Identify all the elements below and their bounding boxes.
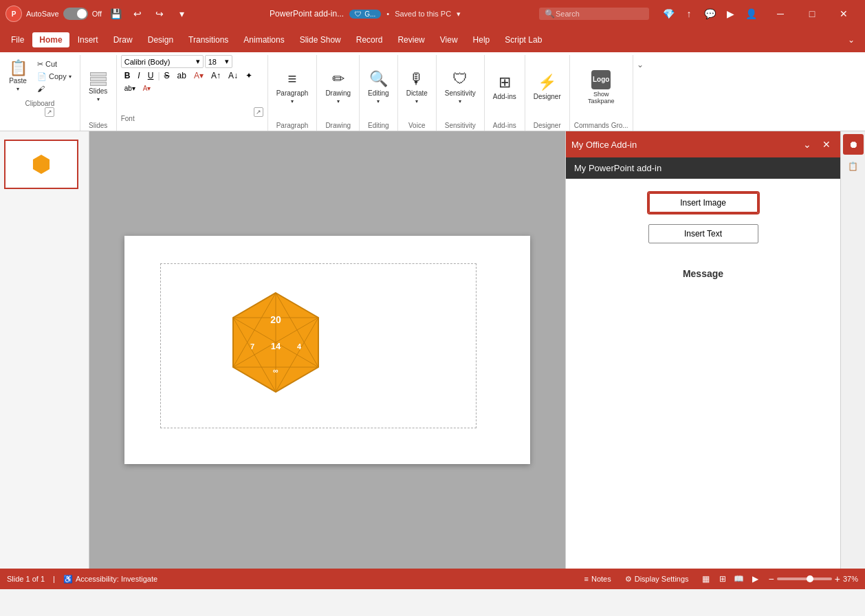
underline-button[interactable]: U — [144, 69, 157, 82]
display-settings-label: Display Settings — [635, 575, 689, 583]
slide-area[interactable]: 20 14 7 4 ∞ — [89, 131, 565, 569]
customize-icon[interactable]: ▾ — [172, 4, 191, 23]
menu-slideshow[interactable]: Slide Show — [293, 32, 348, 47]
menu-home[interactable]: Home — [32, 32, 69, 47]
menu-insert[interactable]: Insert — [71, 32, 105, 47]
cut-button[interactable]: ✂ Cut — [33, 58, 76, 70]
designer-button[interactable]: ⚡ Designer — [529, 71, 565, 103]
dictate-icon: 🎙 — [409, 70, 424, 88]
show-taskpane-button[interactable]: Logo ShowTaskpane — [584, 67, 619, 107]
bold-button[interactable]: B — [121, 69, 134, 82]
saved-dropdown[interactable]: ▾ — [457, 10, 461, 19]
top-right-icons: 💎 ↑ 💬 ▶ 👤 — [659, 4, 760, 23]
slide-thumb-row: 1 — [4, 137, 85, 192]
slide-thumbnail[interactable] — [4, 140, 78, 189]
editing-button[interactable]: 🔍 Editing ▾ — [364, 67, 393, 107]
menu-review[interactable]: Review — [391, 32, 431, 47]
format-painter-button[interactable]: 🖌 — [33, 83, 76, 94]
slide-sorter-icon[interactable]: ⊞ — [715, 571, 730, 586]
menu-draw[interactable]: Draw — [107, 32, 140, 47]
clipboard-label: Clipboard ↗ — [25, 97, 54, 131]
maximize-button[interactable]: □ — [796, 0, 828, 28]
premium-icon[interactable]: 💎 — [659, 4, 678, 23]
slides-button[interactable]: Slides ▾ — [85, 69, 112, 105]
clipboard-buttons: 📋 Paste ▾ ✂ Cut 📄 Copy ▾ 🖌 — [4, 55, 76, 97]
save-icon[interactable]: 💾 — [106, 4, 125, 23]
addins-buttons: ⊞ Add-ins — [489, 55, 521, 119]
undo-icon[interactable]: ↩ — [128, 4, 147, 23]
menu-transitions[interactable]: Transitions — [182, 32, 235, 47]
record-button[interactable]: ⏺ — [843, 134, 864, 155]
format-divider: | — [157, 71, 160, 80]
sensitivity-button[interactable]: 🛡 Sensitivity ▾ — [441, 67, 480, 107]
menu-record[interactable]: Record — [349, 32, 390, 47]
normal-view-icon[interactable]: ▦ — [699, 571, 714, 586]
insert-image-button[interactable]: Insert Image — [648, 192, 758, 213]
clear-format[interactable]: ✦ — [242, 69, 256, 82]
drawing-button[interactable]: ✏ Drawing ▾ — [321, 67, 355, 107]
menu-view[interactable]: View — [433, 32, 465, 47]
addins-label: Add-ins — [493, 119, 516, 131]
display-settings-button[interactable]: ⚙ Display Settings — [621, 573, 693, 585]
minimize-button[interactable]: ─ — [765, 0, 796, 28]
font-family-selector[interactable]: Calibri (Body) ▾ — [121, 55, 204, 68]
ribbon-expand-button[interactable]: ⌄ — [633, 58, 647, 72]
reading-view-icon[interactable]: 📖 — [732, 571, 747, 586]
zoom-slider[interactable] — [777, 578, 832, 580]
menu-animations[interactable]: Animations — [237, 32, 291, 47]
font-expand[interactable]: ↗ — [254, 107, 263, 117]
paragraph-button[interactable]: ≡ Paragraph ▾ — [272, 67, 313, 107]
insert-text-button[interactable]: Insert Text — [648, 224, 758, 243]
case-button[interactable]: ab — [174, 69, 190, 82]
addins-button[interactable]: ⊞ Add-ins — [489, 71, 521, 103]
status-bar: Slide 1 of 1 | ♿ Accessibility: Investig… — [0, 569, 865, 589]
text-highlight[interactable]: ab▾ — [121, 83, 139, 94]
menu-help[interactable]: Help — [466, 32, 497, 47]
message-label: Message — [683, 268, 723, 279]
svg-text:7: 7 — [250, 342, 254, 351]
paste-button[interactable]: 📋 Paste ▾ — [4, 58, 32, 95]
search-input[interactable] — [539, 8, 649, 20]
drawing-icon: ✏ — [332, 70, 344, 88]
presenter-view-icon[interactable]: ▶ — [748, 571, 763, 586]
taskpane-close-button[interactable]: ✕ — [818, 136, 835, 153]
present-icon[interactable]: ▶ — [721, 4, 740, 23]
ribbon-group-paragraph: ≡ Paragraph ▾ Paragraph — [268, 55, 318, 131]
fontsize-decrease[interactable]: A↓ — [225, 69, 241, 82]
text-color[interactable]: A▾ — [140, 83, 155, 94]
fontcolor-button[interactable]: A▾ — [190, 69, 207, 82]
share-icon[interactable]: ↑ — [679, 4, 699, 23]
zoom-area: − + 37% — [769, 573, 858, 584]
svg-text:4: 4 — [297, 342, 302, 351]
clipboard-expand[interactable]: ↗ — [45, 107, 54, 117]
dictate-button[interactable]: 🎙 Dictate ▾ — [402, 67, 432, 107]
font-controls: Calibri (Body) ▾ 18 ▾ B I U | S ab A▾ A↑… — [121, 55, 263, 94]
close-button[interactable]: ✕ — [828, 0, 859, 28]
editing-label: Editing — [368, 89, 389, 97]
designer-label: Designer — [534, 119, 561, 131]
zoom-out-icon[interactable]: − — [769, 573, 774, 584]
font-size-selector[interactable]: 18 ▾ — [205, 55, 232, 68]
ribbon-collapse-icon[interactable]: ⌄ — [842, 30, 861, 50]
autosave-toggle[interactable] — [63, 8, 88, 20]
zoom-in-icon[interactable]: + — [835, 573, 840, 584]
italic-button[interactable]: I — [134, 69, 143, 82]
taskpane-collapse-button[interactable]: ⌄ — [799, 136, 815, 153]
toolbar-icons: 💾 ↩ ↪ ▾ — [106, 4, 191, 23]
accessibility-area[interactable]: ♿ Accessibility: Investigate — [63, 575, 157, 584]
accessibility-icon: ♿ — [63, 575, 73, 584]
sidebar-icon-2[interactable]: 📋 — [843, 156, 864, 177]
drawing-label: Drawing — [325, 119, 351, 131]
comments-icon[interactable]: 💬 — [700, 4, 719, 23]
commands-label: Commands Gro... — [574, 119, 628, 131]
redo-icon[interactable]: ↪ — [150, 4, 169, 23]
fontsize-increase[interactable]: A↑ — [208, 69, 224, 82]
slide-canvas: 20 14 7 4 ∞ — [124, 236, 530, 464]
menu-scriptlab[interactable]: Script Lab — [498, 32, 549, 47]
copy-button[interactable]: 📄 Copy ▾ — [33, 71, 76, 82]
strikethrough-button[interactable]: S — [161, 69, 173, 82]
menu-design[interactable]: Design — [141, 32, 180, 47]
menu-file[interactable]: File — [4, 32, 31, 47]
user-icon[interactable]: 👤 — [741, 4, 760, 23]
notes-button[interactable]: ≡ Notes — [580, 573, 615, 584]
